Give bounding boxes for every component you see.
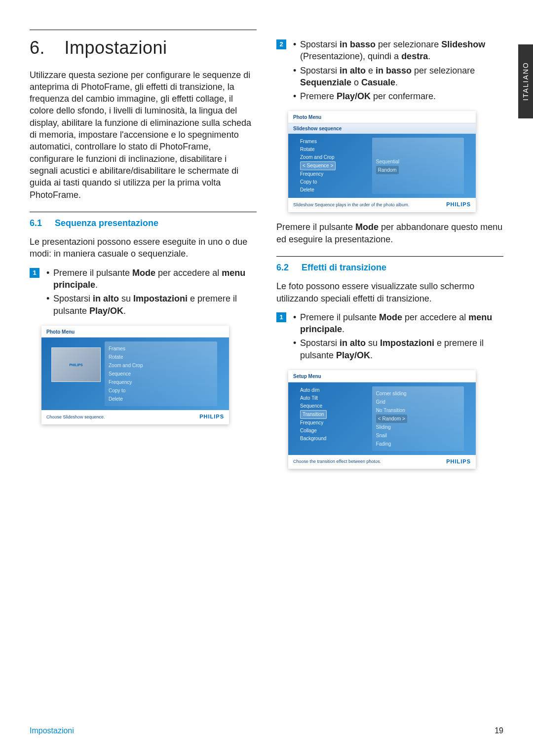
chapter-number: 6.: [30, 36, 59, 60]
list-item-selected: < Random >: [376, 415, 460, 423]
page-number: 19: [495, 725, 503, 736]
list-item: Delete: [300, 186, 370, 194]
list-item: Zoom and Crop: [109, 361, 213, 370]
section-6-2-body: Le foto possono essere visualizzate sull…: [276, 280, 503, 304]
step-2c: Premere Play/OK per confermare.: [293, 90, 503, 102]
list-item: Auto dim: [300, 386, 370, 394]
ss1-footer-text: Choose Slideshow sequence.: [46, 414, 105, 420]
ss3-header: Setup Menu: [288, 370, 476, 382]
list-item: No Transition: [376, 406, 460, 415]
list-item: Background: [300, 435, 370, 443]
list-item: Rotate: [300, 146, 370, 153]
step-1a: Premere il pulsante Mode per accedere al…: [46, 267, 257, 291]
list-item: Delete: [109, 395, 213, 403]
step-62-1b: Spostarsi in alto su Impostazioni e prem…: [293, 337, 503, 361]
intro-paragraph: Utilizzare questa sezione per configurar…: [30, 69, 257, 201]
ss2-header: Photo Menu: [288, 111, 476, 123]
philips-logo: PHILIPS: [446, 201, 471, 208]
ss1-thumbnail: PHILIPS: [51, 347, 101, 382]
list-item: Frequency: [109, 378, 213, 386]
screenshot-photo-menu: Photo Menu PHILIPS Frames Rotate Zoom an…: [41, 326, 229, 424]
list-item: Sliding: [376, 423, 460, 431]
mode-note: Premere il pulsante Mode per abbandonare…: [276, 221, 503, 245]
list-item: Auto Tilt: [300, 394, 370, 402]
list-item: Collage: [300, 427, 370, 435]
step-2a: Spostarsi in basso per selezionare Slide…: [293, 38, 503, 63]
section-6-2-heading: 6.2 Effetti di transizione: [276, 262, 503, 273]
step-badge-2: 2: [276, 39, 286, 49]
section-title: Effetti di transizione: [302, 263, 386, 272]
step-badge-1: 1: [30, 268, 39, 278]
list-item: Rotate: [109, 353, 213, 361]
philips-logo: PHILIPS: [199, 413, 224, 420]
section-number: 6.1: [30, 217, 52, 229]
list-item-selected: < Sequence >: [300, 161, 370, 170]
list-item: Grid: [376, 398, 460, 406]
list-item: Corner sliding: [376, 389, 460, 398]
list-item: Fading: [376, 440, 460, 448]
option-sequential: Sequential: [376, 157, 460, 166]
step-1b: Spostarsi in alto su Impostazioni e prem…: [46, 293, 257, 317]
list-item: Sequence: [109, 370, 213, 378]
section-6-1-body: Le presentazioni possono essere eseguite…: [30, 236, 257, 260]
ss2-subheader: Slideshow sequence: [288, 123, 476, 134]
section-number: 6.2: [276, 262, 299, 273]
divider: [276, 256, 503, 257]
list-item: Copy to: [300, 178, 370, 186]
divider: [30, 212, 257, 212]
chapter-title: Impostazioni: [65, 38, 167, 58]
step-2b: Spostarsi in alto e in basso per selezio…: [293, 65, 503, 89]
list-item: Sequence: [300, 402, 370, 410]
option-random: Random: [376, 166, 460, 174]
chapter-heading: 6. Impostazioni: [30, 36, 257, 60]
section-6-1-heading: 6.1 Sequenza presentazione: [30, 217, 257, 229]
screenshot-setup-menu: Setup Menu Auto dim Auto Tilt Sequence T…: [288, 370, 476, 469]
ss1-header: Photo Menu: [41, 326, 229, 338]
list-item: Snail: [376, 431, 460, 440]
language-tab: ITALIANO: [518, 44, 533, 118]
step-62-1a: Premere il pulsante Mode per accedere al…: [293, 311, 503, 336]
section-title: Sequenza presentazione: [55, 218, 158, 228]
step-badge-1: 1: [276, 312, 286, 322]
list-item: Frequency: [300, 170, 370, 178]
ss3-footer-text: Choose the transition effect between pho…: [293, 458, 381, 464]
list-item: Frequency: [300, 419, 370, 427]
philips-logo: PHILIPS: [446, 458, 471, 465]
screenshot-slideshow-sequence: Photo Menu Slideshow sequence Frames Rot…: [288, 111, 476, 212]
list-item: Copy to: [109, 386, 213, 395]
footer-section-name: Impostazioni: [30, 725, 74, 736]
ss2-footer-text: Slideshow Sequence plays in the order of…: [293, 202, 409, 208]
list-item: Frames: [300, 138, 370, 146]
list-item-selected: Transition: [300, 410, 370, 419]
list-item: Frames: [109, 344, 213, 353]
list-item: Zoom and Crop: [300, 153, 370, 161]
